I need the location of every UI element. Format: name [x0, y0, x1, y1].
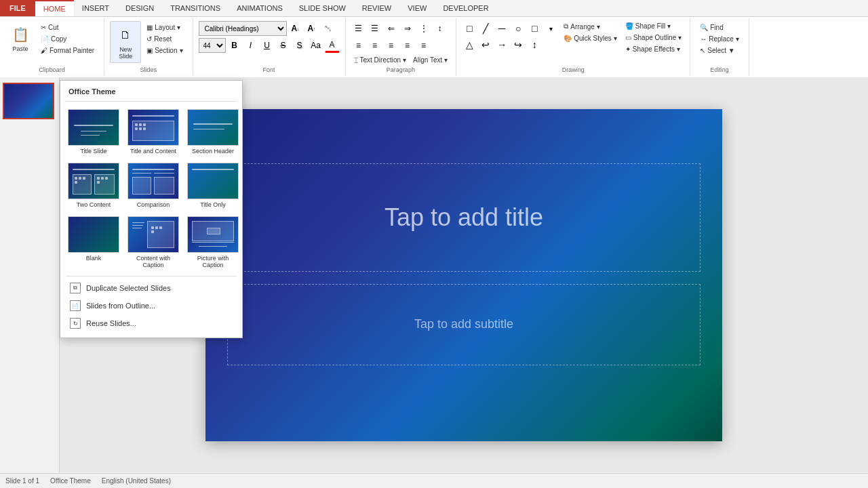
increase-font-button[interactable]: A↑ — [304, 21, 319, 36]
layout-label-content-caption: Content with Caption — [127, 255, 179, 268]
format-painter-button[interactable]: 🖌 Format Painter — [38, 45, 97, 56]
paragraph-row3: ⌶ Text Direction ▾ Align Text ▾ — [351, 55, 451, 65]
decrease-font-button[interactable]: A↓ — [288, 21, 303, 36]
bullets-button[interactable]: ☰ — [351, 21, 366, 36]
rectangle-shape[interactable]: □ — [462, 21, 477, 36]
layout-item-title-slide[interactable]: Title Slide — [66, 107, 121, 157]
increase-indent-button[interactable]: ⇒ — [400, 21, 415, 36]
line-shape[interactable]: ╱ — [478, 21, 493, 36]
curved-arrow[interactable]: ↩ — [478, 37, 493, 52]
align-left-button[interactable]: ≡ — [351, 38, 366, 53]
layout-item-title-content[interactable]: Title and Content — [125, 107, 181, 157]
shadow-button[interactable]: S — [292, 38, 307, 53]
panel-header: Office Theme — [66, 86, 237, 102]
layout-label-title-content: Title and Content — [130, 148, 176, 155]
shape-row1: □ ╱ ─ ○ □ ▾ — [462, 21, 558, 36]
layout-item-title-only[interactable]: Title Only — [185, 161, 241, 210]
italic-button[interactable]: I — [243, 38, 258, 53]
justify-button[interactable]: ≡ — [400, 38, 415, 53]
reuse-slides-item[interactable]: ↻ Reuse Slides... — [66, 314, 237, 332]
layout-item-two-content[interactable]: Two Content — [66, 161, 121, 210]
paragraph-group: ☰ ☰ ⇐ ⇒ ⋮ ↕ ≡ ≡ ≡ ≡ ≡ ⌶ Text Direction ▾ — [346, 18, 457, 76]
more-shapes[interactable]: ▾ — [543, 21, 558, 36]
section-button[interactable]: ▣ Section ▾ — [144, 45, 185, 56]
shape-outline-button[interactable]: ▭ Shape Outline ▾ — [623, 33, 684, 43]
layout-item-comparison[interactable]: Comparison — [125, 161, 181, 210]
slides-from-outline-item[interactable]: 📄 Slides from Outline... — [66, 297, 237, 314]
select-button[interactable]: ↖ Select ▼ — [697, 45, 742, 56]
paste-button[interactable]: 📋 Paste — [5, 21, 35, 55]
quick-styles-button[interactable]: 🎨 Quick Styles ▾ — [561, 33, 620, 43]
duplicate-slides-item[interactable]: ⧉ Duplicate Selected Slides — [66, 279, 237, 297]
tab-slideshow[interactable]: SLIDE SHOW — [291, 0, 354, 16]
layout-item-blank[interactable]: Blank — [66, 214, 121, 270]
reset-button[interactable]: ↺ Reset — [144, 34, 185, 44]
arrange-button[interactable]: ⧉ Arrange ▾ — [561, 21, 620, 32]
find-button[interactable]: 🔍 Find — [697, 22, 742, 33]
layout-label-picture-caption: Picture with Caption — [187, 255, 239, 268]
underline-button[interactable]: U — [260, 38, 275, 53]
align-center-button[interactable]: ≡ — [368, 38, 382, 53]
tab-file[interactable]: FILE — [0, 0, 35, 16]
layout-button[interactable]: ▦ Layout ▾ — [144, 22, 185, 33]
shape-row2: △ ↩ → ↪ ↕ — [462, 37, 558, 52]
columns-button[interactable]: ⋮ — [416, 21, 431, 36]
tab-transitions[interactable]: TRANSITIONS — [162, 0, 229, 16]
select-icon: ↖ — [700, 47, 705, 54]
tab-review[interactable]: REVIEW — [354, 0, 399, 16]
replace-button[interactable]: ↔ Replace ▾ — [697, 34, 742, 44]
section-icon: ▣ — [146, 47, 153, 54]
slide-thumbnail-1[interactable] — [3, 83, 54, 119]
shape-fill-button[interactable]: 🪣 Shape Fill ▾ — [623, 21, 684, 31]
tab-animations[interactable]: ANIMATIONS — [229, 0, 291, 16]
new-slide-icon: 🗋 — [115, 24, 136, 46]
text-direction-button[interactable]: ⌶ Text Direction ▾ — [351, 55, 410, 65]
slide-title-box[interactable]: Tap to add title — [227, 163, 701, 272]
align-text-button[interactable]: Align Text ▾ — [410, 55, 450, 65]
distribute-button[interactable]: ≡ — [416, 38, 431, 53]
quick-styles-icon: 🎨 — [564, 35, 572, 42]
layout-item-content-caption[interactable]: Content with Caption — [125, 214, 181, 270]
slide-panel: 1 — [0, 77, 60, 472]
arrow-shape[interactable]: → — [494, 37, 509, 52]
font-size-select[interactable]: 44 — [199, 38, 226, 53]
copy-button[interactable]: 📄 Copy — [38, 34, 97, 44]
new-slide-button[interactable]: 🗋 New Slide — [110, 21, 141, 63]
font-family-select[interactable]: Calibri (Headings) — [199, 21, 287, 36]
align-right-button[interactable]: ≡ — [384, 38, 399, 53]
shape-properties: 🪣 Shape Fill ▾ ▭ Shape Outline ▾ ✦ Shape… — [623, 21, 684, 54]
tab-developer[interactable]: DEVELOPER — [435, 0, 496, 16]
slide-canvas[interactable]: Tap to add title Tap to add subtitle — [205, 109, 722, 441]
status-bar: Slide 1 of 1 Office Theme English (Unite… — [0, 473, 868, 488]
font-color-button[interactable]: A — [325, 38, 340, 53]
oval-shape[interactable]: ○ — [511, 21, 526, 36]
layout-thumb-two-content — [68, 163, 119, 199]
layout-thumb-picture-caption — [187, 216, 239, 253]
ribbon-tabs: FILE HOME INSERT DESIGN TRANSITIONS ANIM… — [0, 0, 868, 17]
numbering-button[interactable]: ☰ — [368, 21, 382, 36]
tab-insert[interactable]: INSERT — [74, 0, 117, 16]
arrow-line[interactable]: ─ — [494, 21, 509, 36]
slide-subtitle-box[interactable]: Tap to add subtitle — [227, 284, 701, 365]
double-arrow[interactable]: ↕ — [527, 37, 542, 52]
text-box[interactable]: □ — [527, 21, 542, 36]
layout-item-section-header[interactable]: Section Header — [185, 107, 241, 157]
strikethrough-button[interactable]: S — [276, 38, 291, 53]
bent-arrow[interactable]: ↪ — [511, 37, 526, 52]
tab-design[interactable]: DESIGN — [117, 0, 162, 16]
bold-button[interactable]: B — [227, 38, 242, 53]
tab-view[interactable]: VIEW — [399, 0, 435, 16]
line-spacing-button[interactable]: ↕ — [433, 21, 448, 36]
shape-effects-icon: ✦ — [625, 45, 631, 53]
shape-effects-button[interactable]: ✦ Shape Effects ▾ — [623, 44, 684, 54]
triangle-shape[interactable]: △ — [462, 37, 477, 52]
cut-button[interactable]: ✂ Cut — [38, 22, 97, 33]
tab-home[interactable]: HOME — [35, 0, 74, 16]
layout-item-picture-caption[interactable]: Picture with Caption — [185, 214, 241, 270]
decrease-indent-button[interactable]: ⇐ — [384, 21, 399, 36]
drawing-label: Drawing — [562, 65, 585, 73]
font-case-button[interactable]: Aa — [309, 38, 323, 53]
font-label: Font — [262, 65, 275, 73]
layout-label-title-slide: Title Slide — [80, 148, 106, 155]
clear-format-button[interactable]: ␀ — [321, 21, 336, 36]
